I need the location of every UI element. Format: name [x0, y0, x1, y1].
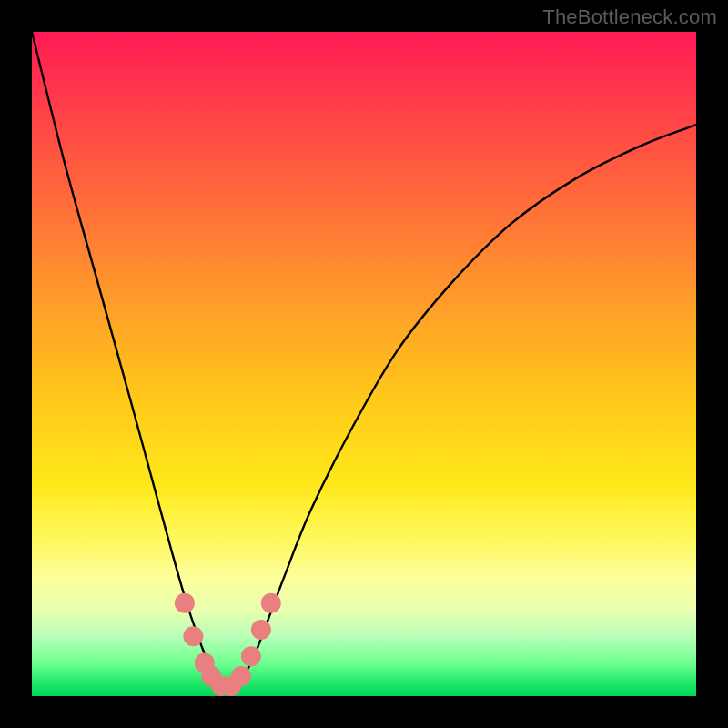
chart-svg: [32, 32, 696, 696]
watermark-text: TheBottleneck.com: [542, 5, 717, 29]
bottleneck-curve: [32, 32, 696, 691]
plot-area: [32, 32, 696, 696]
right-dot-3: [261, 593, 281, 613]
chart-frame: TheBottleneck.com: [0, 0, 728, 728]
left-dot-2: [183, 626, 203, 646]
trough-4: [231, 666, 251, 686]
right-dot-1: [241, 646, 261, 666]
right-dot-2: [251, 620, 271, 640]
marker-group: [175, 593, 281, 696]
left-dot-1: [175, 593, 195, 613]
